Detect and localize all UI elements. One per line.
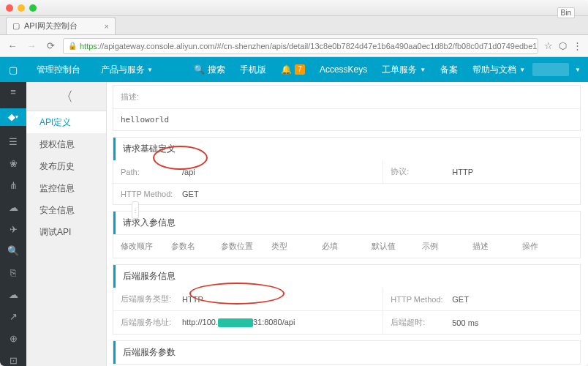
rail-active-icon[interactable]: ◆▾ (0, 108, 26, 126)
aliyun-logo-icon[interactable]: ▢ (0, 57, 26, 82)
url-input[interactable]: 🔒 https ://apigateway.console.aliyun.com… (63, 38, 538, 54)
side-nav: 〈 API定义 授权信息 发布历史 监控信息 安全信息 调试API (26, 82, 107, 366)
protocol-label: 协议: (391, 166, 443, 177)
section-request-params: 请求入参信息 (113, 212, 580, 234)
rail-icon[interactable]: ☰ (7, 136, 19, 148)
path-label: Path: (121, 168, 173, 176)
icon-rail: ≡ ◆▾ ☰ ❀ ⋔ ☁ ✈ 🔍 ⎘ ☁ ↗ ⊕ ⊡ (0, 82, 26, 366)
sidebar-item-label: 授权信息 (39, 138, 75, 151)
sidebar-item-auth[interactable]: 授权信息 (26, 133, 106, 155)
method-label: HTTP Method: (121, 190, 173, 198)
nav-back-icon[interactable]: ← (6, 40, 19, 53)
chevron-down-icon: ▼ (519, 67, 525, 73)
sidebar-item-history[interactable]: 发布历史 (26, 155, 106, 177)
chevron-down-icon: ▼ (420, 67, 426, 73)
backend-method-value: GET (452, 295, 469, 304)
sidebar-item-label: 监控信息 (39, 182, 75, 195)
extension-icon[interactable]: ⬡ (559, 40, 567, 51)
window-close-dot[interactable] (6, 4, 13, 12)
backend-addr-value: http://100.31:8080/api (182, 318, 295, 327)
backend-timeout-label: 后端超时: (391, 317, 443, 328)
help-menu[interactable]: 帮助与文档▼ (465, 57, 532, 82)
nav-reload-icon[interactable]: ⟳ (44, 40, 57, 53)
rail-icon[interactable]: ❀ (7, 158, 19, 170)
chevron-down-icon: ▼ (575, 67, 581, 73)
star-icon[interactable]: ☆ (544, 40, 553, 51)
browser-tab[interactable]: ▢ API网关控制台 × (6, 17, 116, 34)
collapse-handle[interactable]: ⋮ (132, 201, 139, 219)
search-button[interactable]: 🔍 搜索 (186, 57, 233, 82)
products-menu[interactable]: 产品与服务▼ (91, 64, 163, 76)
rail-menu-icon[interactable]: ≡ (7, 86, 19, 98)
rail-icon[interactable]: ⋔ (7, 179, 19, 191)
tab-close-icon[interactable]: × (105, 22, 109, 31)
rail-icon[interactable]: ☁ (7, 289, 19, 301)
bin-badge: Bin (557, 7, 575, 18)
desc-label: 描述: (121, 92, 173, 102)
section-backend: 后端服务信息 (113, 265, 580, 288)
rail-icon[interactable]: ⊡ (7, 354, 19, 366)
sidebar-item-label: 安全信息 (39, 204, 75, 217)
rail-icon[interactable]: ⊕ (7, 332, 19, 344)
sidebar-item-label: 发布历史 (39, 160, 75, 173)
bell-icon: 🔔 (281, 64, 292, 75)
lock-icon: 🔒 (68, 42, 77, 50)
nav-forward-icon: → (25, 40, 38, 53)
path-value: /api (182, 168, 195, 176)
tab-title: API网关控制台 (24, 20, 78, 31)
mobile-link[interactable]: 手机版 (233, 57, 274, 82)
redacted-ip (218, 318, 253, 327)
desc-value: helloworld (113, 109, 580, 130)
backend-type-value: HTTP (182, 295, 203, 304)
tab-favicon: ▢ (12, 21, 20, 31)
url-rest: ://apigateway.console.aliyun.com/#/cn-sh… (97, 42, 538, 51)
sidebar-item-debug[interactable]: 调试API (26, 221, 106, 243)
main-panel: 描述: helloworld 请求基础定义 Path: /api 协议: HTT… (107, 82, 588, 366)
notifications[interactable]: 🔔 7 (274, 57, 312, 82)
chevron-down-icon: ▼ (147, 67, 153, 73)
backend-addr-label: 后端服务地址: (121, 317, 173, 328)
url-scheme: https (80, 42, 97, 51)
menu-icon[interactable]: ⋮ (573, 40, 582, 51)
backend-timeout-value: 500 ms (452, 318, 478, 327)
sidebar-item-api-def[interactable]: API定义 (26, 111, 106, 133)
window-max-dot[interactable] (29, 4, 37, 12)
search-icon: 🔍 (194, 64, 205, 75)
workorder-menu[interactable]: 工单服务▼ (374, 57, 433, 82)
back-button[interactable]: 〈 (26, 82, 106, 111)
backend-type-label: 后端服务类型: (121, 294, 173, 305)
sidebar-item-monitor[interactable]: 监控信息 (26, 177, 106, 199)
sidebar-item-security[interactable]: 安全信息 (26, 199, 106, 221)
rail-icon[interactable]: ↗ (7, 311, 19, 323)
section-backend-params: 后端服务参数 (113, 341, 580, 364)
protocol-value: HTTP (452, 168, 473, 176)
rail-icon[interactable]: ⎘ (7, 267, 19, 279)
accesskeys-link[interactable]: AccessKeys (312, 57, 374, 82)
rail-icon[interactable]: 🔍 (7, 245, 19, 257)
notif-count: 7 (295, 64, 305, 75)
rail-icon[interactable]: ☁ (7, 201, 19, 213)
section-request-base: 请求基础定义 (113, 138, 580, 160)
sidebar-item-label: 调试API (39, 226, 71, 239)
user-account-pill[interactable] (532, 63, 569, 76)
method-value: GET (182, 190, 199, 198)
backend-method-label: HTTP Method: (391, 295, 443, 304)
param-table-head: 修改顺序 参数名 参数位置 类型 必填 默认值 示例 描述 操作 (113, 234, 580, 258)
beian-link[interactable]: 备案 (433, 57, 465, 82)
rail-icon[interactable]: ✈ (7, 223, 19, 235)
sidebar-item-label: API定义 (39, 116, 71, 129)
console-title[interactable]: 管理控制台 (26, 64, 91, 76)
window-min-dot[interactable] (18, 4, 25, 12)
